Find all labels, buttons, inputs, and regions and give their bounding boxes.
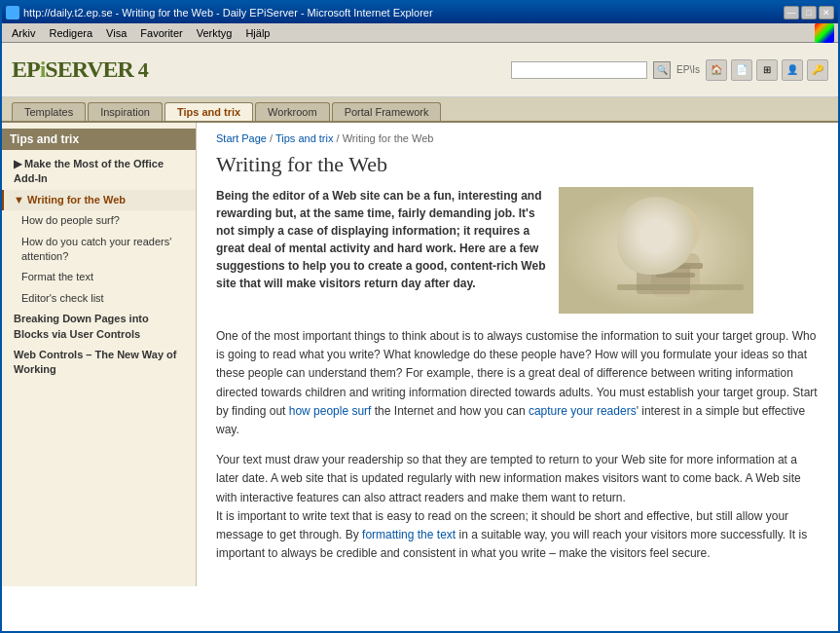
- home-icon[interactable]: 🏠: [706, 59, 727, 81]
- breadcrumb-current: Writing for the Web: [343, 132, 434, 144]
- capture-readers-link[interactable]: capture your readers: [529, 404, 637, 418]
- window-icon: [6, 6, 19, 19]
- intro-bold-text: Being the editor of a Web site can be a …: [216, 187, 547, 314]
- breadcrumb-start[interactable]: Start Page: [216, 132, 267, 144]
- sidebar-item-how-surf[interactable]: How do people surf?: [2, 210, 196, 231]
- menu-verktyg[interactable]: Verktyg: [191, 25, 238, 41]
- arrow-icon: ▶: [14, 158, 24, 169]
- sidebar-title: Tips and trix: [2, 129, 196, 150]
- windows-logo: [815, 23, 834, 43]
- how-people-surf-link[interactable]: how people surf: [289, 404, 372, 418]
- app-logo: EPiSERVER 4: [12, 56, 148, 83]
- formatting-text-link[interactable]: formatting the text: [362, 528, 456, 541]
- key-icon[interactable]: 🔑: [807, 59, 828, 81]
- sidebar-item-format-text[interactable]: Format the text: [2, 267, 196, 287]
- nav-tabs: Templates Inspiration Tips and trix Work…: [2, 97, 838, 123]
- main-area: Tips and trix ▶ Make the Most of the Off…: [2, 123, 838, 586]
- tab-templates[interactable]: Templates: [12, 102, 86, 121]
- breadcrumb-tips[interactable]: Tips and trix: [275, 132, 334, 144]
- sidebar-item-how-catch[interactable]: How do you catch your readers' attention…: [2, 232, 196, 268]
- maximize-button[interactable]: □: [801, 6, 817, 19]
- user-icon[interactable]: 👤: [782, 59, 803, 81]
- tab-portal-framework[interactable]: Portal Framework: [332, 102, 442, 121]
- window-controls: — □ ✕: [784, 6, 834, 19]
- sidebar-item-web-controls[interactable]: Web Controls – The New Way of Working: [2, 345, 196, 381]
- intro-image: [559, 187, 753, 314]
- close-button[interactable]: ✕: [819, 6, 834, 19]
- window-title: http://daily.t2.ep.se - Writing for the …: [23, 7, 784, 19]
- breadcrumb: Start Page / Tips and trix / Writing for…: [216, 132, 819, 144]
- search-input[interactable]: [511, 61, 647, 79]
- header-right: 🔍 EP\Is 🏠 📄 ⊞ 👤 🔑: [511, 59, 828, 81]
- sidebar-item-writing-web[interactable]: ▼ Writing for the Web: [2, 190, 196, 210]
- pages-icon[interactable]: 📄: [731, 59, 752, 81]
- app-container: EPiSERVER 4 🔍 EP\Is 🏠 📄 ⊞ 👤 🔑 Templates …: [2, 43, 838, 586]
- page-title: Writing for the Web: [216, 152, 819, 177]
- tab-tips-and-trix[interactable]: Tips and trix: [164, 102, 253, 121]
- svg-point-1: [651, 204, 700, 258]
- ep-path: EP\Is: [676, 64, 700, 75]
- body-paragraph-1: One of the most important things to thin…: [216, 327, 819, 439]
- sidebar-item-make-most[interactable]: ▶ Make the Most of the Office Add-In: [2, 154, 196, 190]
- search-button[interactable]: 🔍: [653, 61, 671, 79]
- app-header: EPiSERVER 4 🔍 EP\Is 🏠 📄 ⊞ 👤 🔑: [2, 43, 838, 97]
- intro-section: Being the editor of a Web site can be a …: [216, 187, 819, 314]
- menu-favoriter[interactable]: Favoriter: [134, 25, 188, 41]
- menu-arkiv[interactable]: Arkiv: [6, 25, 41, 41]
- tab-workroom[interactable]: Workroom: [255, 102, 330, 121]
- title-bar: http://daily.t2.ep.se - Writing for the …: [2, 2, 838, 23]
- sidebar-item-breaking-down[interactable]: Breaking Down Pages into Blocks via User…: [2, 309, 196, 345]
- tab-inspiration[interactable]: Inspiration: [88, 102, 163, 121]
- sidebar-item-editors-checklist[interactable]: Editor's check list: [2, 288, 196, 309]
- menu-redigera[interactable]: Redigera: [43, 25, 98, 41]
- content-area: Start Page / Tips and trix / Writing for…: [197, 123, 838, 586]
- svg-rect-3: [637, 260, 656, 268]
- grid-icon[interactable]: ⊞: [756, 59, 778, 81]
- menu-visa[interactable]: Visa: [100, 25, 132, 41]
- menu-bar: Arkiv Redigera Visa Favoriter Verktyg Hj…: [2, 23, 838, 43]
- svg-rect-7: [637, 265, 690, 294]
- sidebar: Tips and trix ▶ Make the Most of the Off…: [2, 123, 197, 586]
- body-paragraph-2: Your text must draw your readership so t…: [216, 451, 819, 563]
- minimize-button[interactable]: —: [784, 6, 799, 19]
- arrow-icon-active: ▼: [14, 194, 27, 205]
- menu-hjalp[interactable]: Hjälp: [239, 25, 275, 41]
- header-icons: 🏠 📄 ⊞ 👤 🔑: [706, 59, 828, 81]
